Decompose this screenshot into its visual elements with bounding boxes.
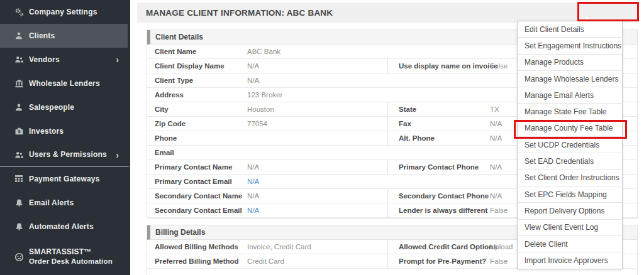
field-value: N/A <box>490 134 502 142</box>
field-value: Houston <box>247 105 274 113</box>
field-value: Invoice, Credit Card <box>247 243 311 251</box>
field-value: N/A <box>247 192 259 200</box>
bell-icon <box>0 222 29 231</box>
field-label: Client Type <box>147 77 247 84</box>
sidebar-item-vendors[interactable]: Vendors› <box>0 48 130 72</box>
menu-item-set-ucdp-credentials[interactable]: Set UCDP Credentials <box>518 137 622 153</box>
field-cell: Primary Contact NameN/A <box>147 160 387 174</box>
menu-item-edit-client-details[interactable]: Edit Client Details <box>518 21 622 38</box>
sidebar-item-label: Salespeople <box>29 103 74 112</box>
people-icon <box>0 151 29 159</box>
sidebar-item-users-permissions[interactable]: Users & Permissions› <box>0 143 130 167</box>
menu-caret-icon <box>584 16 591 21</box>
field-label: Allowed Billing Methods <box>147 243 247 251</box>
field-cell: CityHouston <box>147 102 387 116</box>
field-label: Primary Contact Email <box>147 178 247 185</box>
sidebar-item-label: SMARTASSIST™Order Desk Automation <box>29 247 113 266</box>
field-value: 123 Broker <box>247 91 282 99</box>
menu-item-report-delivery-options[interactable]: Report Delivery Options <box>518 203 622 219</box>
field-label: Client Display Name <box>147 62 247 70</box>
field-label: Prompt for Pre-Payment? <box>388 257 490 265</box>
bank-icon <box>0 79 29 88</box>
actions-dropdown-menu: Edit Client DetailsSet Engagement Instru… <box>517 21 623 269</box>
sidebar-item-label: Email Alerts <box>29 198 74 208</box>
field-label: Secondary Contact Phone <box>388 192 490 200</box>
field-cell: Email <box>147 146 387 159</box>
field-value: N/A <box>490 192 502 200</box>
menu-item-import-invoice-approvers[interactable]: Import Invoice Approvers <box>518 252 622 269</box>
sidebar-item-company-settings[interactable]: Company Settings <box>0 0 130 24</box>
field-label: City <box>147 105 247 113</box>
menu-item-set-epc-fields-mapping[interactable]: Set EPC Fields Mapping <box>518 186 622 203</box>
field-label: Fax <box>388 120 490 127</box>
sidebar-item-label: Clients <box>29 31 55 41</box>
field-value: N/A <box>490 120 502 127</box>
field-label: Use display name on invoice <box>388 62 490 70</box>
briefcase-icon: $ <box>0 127 29 136</box>
sidebar-item-smartassist[interactable]: SMARTASSIST™Order Desk Automation <box>0 239 130 275</box>
chevron-right-icon: › <box>116 55 119 65</box>
menu-item-delete-client[interactable]: Delete Client <box>518 236 622 252</box>
field-cell: Client TypeN/A <box>147 73 387 87</box>
field-value: False <box>490 207 508 214</box>
field-value: N/A <box>247 77 259 84</box>
menu-item-manage-email-alerts[interactable]: Manage Email Alerts <box>518 87 622 104</box>
field-value: False <box>490 62 508 70</box>
field-value-link[interactable]: N/A <box>247 178 259 185</box>
sidebar-item-salespeople[interactable]: Salespeople <box>0 95 130 119</box>
sidebar-item-investors[interactable]: $Investors <box>0 119 130 143</box>
field-value: N/A <box>247 62 259 70</box>
sidebar-item-wholesale-lenders[interactable]: Wholesale Lenders <box>0 72 130 95</box>
sidebar: Company SettingsClientsVendors›Wholesale… <box>0 0 130 275</box>
field-value: Credit Card <box>247 257 284 265</box>
sidebar-item-label: Payment Gateways <box>29 175 100 184</box>
sidebar-item-label: Users & Permissions <box>29 150 107 159</box>
sidebar-item-label: Vendors <box>29 55 60 65</box>
menu-item-manage-wholesale-lenders[interactable]: Manage Wholesale Lenders <box>518 71 622 87</box>
sidebar-item-sublabel: Order Desk Automation <box>29 257 113 266</box>
sidebar-item-payment-gateways[interactable]: Payment Gateways <box>0 167 130 191</box>
sidebar-item-label: Wholesale Lenders <box>29 79 100 89</box>
field-value-link[interactable]: N/A <box>247 207 259 214</box>
field-cell: Allowed Billing MethodsInvoice, Credit C… <box>147 240 387 254</box>
menu-item-manage-county-fee-table[interactable]: Manage County Fee Table <box>518 121 622 137</box>
field-cell: Client Display NameN/A <box>147 59 387 73</box>
menu-item-manage-state-fee-table[interactable]: Manage State Fee Table <box>518 104 622 120</box>
sidebar-item-automated-alerts[interactable]: Automated Alerts <box>0 215 130 239</box>
svg-text:$: $ <box>18 129 20 134</box>
field-value: ABC Bank <box>247 48 280 55</box>
field-value: N/A <box>247 163 259 171</box>
field-value: Upload <box>490 243 513 251</box>
field-label: Preferred Billing Method <box>147 257 247 265</box>
sidebar-item-email-alerts[interactable]: Email Alerts <box>0 191 130 215</box>
page-header: MANAGE CLIENT INFORMATION: ABC BANK <box>137 3 638 23</box>
field-label: Secondary Contact Email <box>147 207 247 214</box>
field-cell: Secondary Contact EmailN/A <box>147 203 387 217</box>
field-cell: Phone <box>147 131 387 145</box>
page-title: MANAGE CLIENT INFORMATION: ABC BANK <box>137 8 333 18</box>
field-label: Phone <box>147 134 247 142</box>
menu-item-set-client-order-instructions[interactable]: Set Client Order Instructions <box>518 170 622 186</box>
sidebar-item-clients[interactable]: Clients <box>0 24 130 48</box>
robot-icon <box>0 252 29 262</box>
bell-icon <box>0 198 29 207</box>
field-cell: Secondary Contact NameN/A <box>147 189 387 203</box>
field-value: N/A <box>490 163 502 171</box>
field-label: Primary Contact Phone <box>388 163 490 171</box>
field-value: False <box>490 257 508 265</box>
field-label: Secondary Contact Name <box>147 192 247 200</box>
menu-item-set-ead-credentials[interactable]: Set EAD Credentials <box>518 153 622 170</box>
menu-item-view-client-event-log[interactable]: View Client Event Log <box>518 220 622 236</box>
table-row <box>147 269 637 275</box>
sidebar-item-label: Investors <box>29 127 64 136</box>
menu-item-manage-products[interactable]: Manage Products <box>518 55 622 71</box>
field-label: Allowed Credit Card Options <box>388 243 490 251</box>
menu-item-set-engagement-instructions[interactable]: Set Engagement Instructions <box>518 38 622 54</box>
field-cell: Preferred Billing MethodCredit Card <box>147 254 387 268</box>
field-label: Alt. Phone <box>388 134 490 142</box>
field-label: Zip Code <box>147 120 247 127</box>
field-cell: Zip Code77054 <box>147 117 387 131</box>
field-label: Client Name <box>147 48 247 55</box>
field-cell: Address123 Broker <box>147 88 387 102</box>
sidebar-item-label: Company Settings <box>29 8 97 17</box>
